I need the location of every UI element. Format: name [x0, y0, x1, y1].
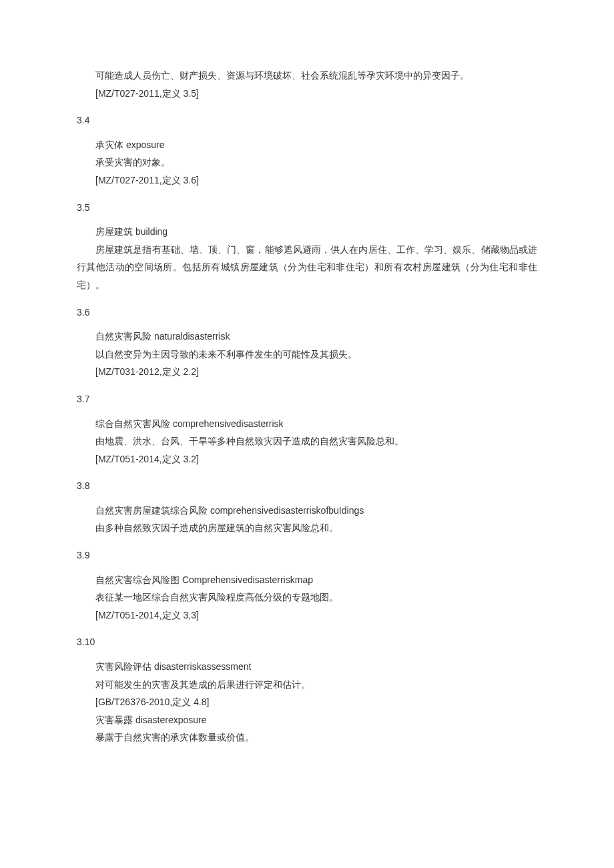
- term-line: 自然灾害风险 naturaldisasterrisk: [77, 328, 537, 346]
- document-page: 可能造成人员伤亡、财产损失、资源与环境破坏、社会系统混乱等孕灾环境中的异变因子。…: [0, 0, 614, 868]
- section-number: 3.6: [77, 304, 537, 322]
- term-line: 综合自然灾害风险 comprehensivedisasterrisk: [77, 415, 537, 433]
- term-line: 灾害暴露 disasterexposure: [77, 711, 537, 729]
- section-number: 3.7: [77, 390, 537, 408]
- section-number: 3.5: [77, 199, 537, 217]
- definition-paragraph: 房屋建筑是指有基础、墙、顶、门、窗，能够遮风避雨，供人在内居住、工作、学习、娱乐…: [77, 241, 537, 294]
- reference-line: [MZ/T027-2011,定义 3.6]: [77, 171, 537, 189]
- definition-line: 表征某一地区综合自然灾害风险程度高低分级的专题地图。: [77, 588, 537, 606]
- definition-line: 以自然变异为主因导致的未来不利事件发生的可能性及其损失。: [77, 346, 537, 364]
- reference-line: [MZ/T051-2014,定义 3.2]: [77, 450, 537, 468]
- definition-line: 承受灾害的对象。: [77, 153, 537, 171]
- section-number: 3.4: [77, 111, 537, 129]
- definition-line: 由多种自然致灾因子造成的房屋建筑的自然灾害风险总和。: [77, 519, 537, 537]
- reference-line: [GB/T26376-2010,定义 4.8]: [77, 693, 537, 711]
- term-line: 自然灾害房屋建筑综合风险 comprehensivedisasterriskof…: [77, 502, 537, 520]
- term-line: 承灾体 exposure: [77, 136, 537, 154]
- intro-ref: [MZ/T027-2011,定义 3.5]: [77, 85, 537, 103]
- term-line: 灾害风险评估 disasterriskassessment: [77, 658, 537, 676]
- definition-line: 暴露于自然灾害的承灾体数量或价值。: [77, 729, 537, 747]
- reference-line: [MZ/T051-2014,定义 3,3]: [77, 606, 537, 624]
- definition-line: 对可能发生的灾害及其造成的后果进行评定和估计。: [77, 676, 537, 694]
- reference-line: [MZ/T031-2012,定义 2.2]: [77, 363, 537, 381]
- section-number: 3.10: [77, 633, 537, 651]
- intro-line: 可能造成人员伤亡、财产损失、资源与环境破坏、社会系统混乱等孕灾环境中的异变因子。: [77, 67, 537, 85]
- section-number: 3.8: [77, 477, 537, 495]
- definition-line: 由地震、洪水、台风、干旱等多种自然致灾因子造成的自然灾害风险总和。: [77, 432, 537, 450]
- section-number: 3.9: [77, 546, 537, 564]
- term-line: 自然灾害综合风险图 Comprehensivedisasterriskmap: [77, 571, 537, 589]
- term-line: 房屋建筑 building: [77, 223, 537, 241]
